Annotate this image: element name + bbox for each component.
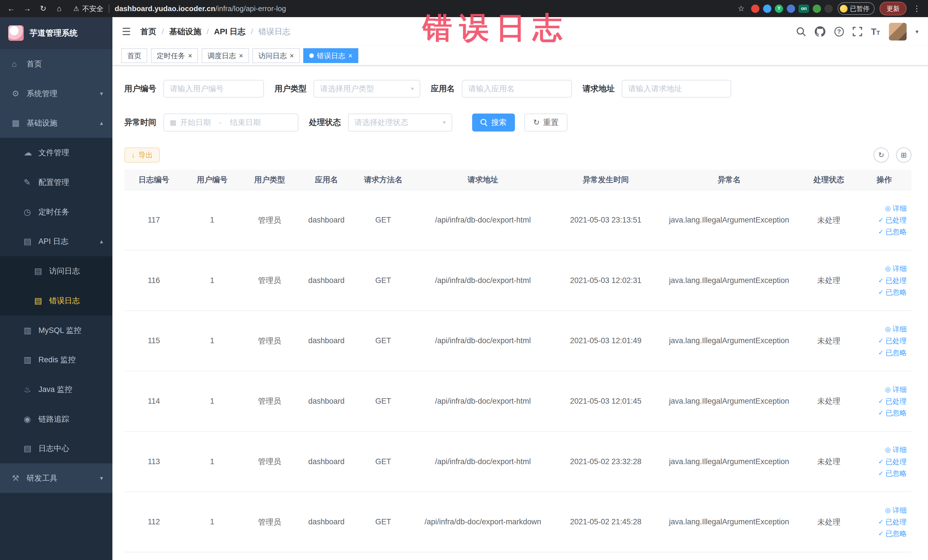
cell-log-id: 115 (124, 311, 183, 371)
cloud-icon: ☁ (24, 148, 38, 157)
tab-scheduled-tasks[interactable]: 定时任务× (151, 48, 198, 63)
op-detail-link[interactable]: ◎详细 (885, 264, 907, 273)
sidebar-item-dev-tools[interactable]: ⚒研发工具▾ (0, 463, 112, 493)
tab-label: 调度日志 (208, 51, 236, 61)
help-icon[interactable]: ? (835, 27, 844, 36)
home-icon: ⌂ (12, 60, 26, 69)
sidebar-item-infrastructure[interactable]: ▦基础设施▴ (0, 108, 112, 138)
app-logo-row[interactable]: 芋道管理系统 (0, 17, 112, 49)
cell-log-id: 117 (124, 190, 183, 250)
breadcrumb-item[interactable]: 基础设施 (169, 26, 201, 37)
op-processed-link[interactable]: ✓已处理 (878, 276, 907, 285)
search-button[interactable]: 搜索 (472, 113, 514, 131)
sidebar-item-file-management[interactable]: ☁文件管理 (0, 138, 112, 168)
op-detail-link[interactable]: ◎详细 (885, 324, 907, 334)
op-label: 已处理 (885, 517, 907, 526)
user-type-select[interactable]: 请选择用户类型 ▾ (313, 80, 420, 98)
github-icon[interactable] (815, 26, 825, 37)
sidebar-item-log-center[interactable]: ▤日志中心 (0, 434, 112, 464)
chevron-down-icon[interactable]: ▾ (916, 28, 918, 35)
forward-icon[interactable]: → (22, 4, 32, 13)
sidebar-item-error-log[interactable]: ▤错误日志 (0, 286, 112, 316)
op-processed-link[interactable]: ✓已处理 (878, 397, 907, 406)
chevron-down-icon: ▾ (100, 90, 103, 97)
op-processed-link[interactable]: ✓已处理 (878, 336, 907, 345)
sidebar-item-access-log[interactable]: ▤访问日志 (0, 256, 112, 286)
sidebar-item-label: 首页 (26, 59, 42, 69)
op-ignored-link[interactable]: ✓已忽略 (878, 408, 907, 418)
cell-method: GET (355, 431, 412, 492)
dark-paw-extension-icon[interactable] (824, 5, 833, 13)
back-icon[interactable]: ← (6, 4, 17, 13)
op-label: 已处理 (885, 397, 907, 406)
tab-schedule-log[interactable]: 调度日志× (202, 48, 249, 63)
tab-access-log[interactable]: 访问日志× (252, 48, 300, 63)
sidebar-item-mysql-monitor[interactable]: ▥MySQL 监控 (0, 316, 112, 345)
green-leaf-extension-icon[interactable] (813, 5, 821, 13)
cell-user-type: 管理员 (241, 250, 298, 311)
column-settings-button[interactable]: ⊞ (896, 148, 911, 163)
security-indicator[interactable]: ⚠ 不安全 (73, 4, 103, 14)
sidebar-item-config-management[interactable]: ✎配置管理 (0, 168, 112, 197)
tab-close-icon[interactable]: × (290, 52, 294, 60)
tab-home[interactable]: 首页 (121, 48, 147, 63)
font-size-icon[interactable]: TT (871, 26, 880, 37)
op-ignored-link[interactable]: ✓已忽略 (878, 288, 907, 297)
op-detail-link[interactable]: ◎详细 (885, 204, 907, 213)
tab-close-icon[interactable]: × (348, 52, 353, 60)
sidebar-item-scheduled-tasks[interactable]: ◷定时任务 (0, 197, 112, 227)
avatar[interactable] (889, 23, 907, 41)
sidebar-item-trace[interactable]: ◉链路追踪 (0, 404, 112, 434)
blue-drop-extension-icon[interactable] (763, 5, 771, 13)
request-url-input[interactable] (628, 84, 725, 93)
refresh-list-button[interactable]: ↻ (873, 148, 889, 163)
op-detail-link[interactable]: ◎详细 (885, 385, 907, 394)
op-processed-link[interactable]: ✓已处理 (878, 457, 907, 467)
op-processed-link[interactable]: ✓已处理 (878, 517, 907, 526)
browser-menu-icon[interactable]: ⋮ (911, 4, 922, 13)
reload-icon[interactable]: ↻ (38, 4, 49, 13)
op-ignored-link[interactable]: ✓已忽略 (878, 348, 907, 357)
green-y-extension-icon[interactable]: Y (775, 5, 783, 13)
breadcrumb-item[interactable]: 首页 (140, 26, 156, 37)
breadcrumb-item[interactable]: API 日志 (214, 26, 245, 37)
user-id-input[interactable] (170, 84, 257, 93)
search-icon[interactable] (796, 26, 806, 37)
row-operations: ◎详细✓已处理✓已忽略 (857, 385, 911, 418)
document-icon: ▤ (34, 296, 49, 305)
op-processed-link[interactable]: ✓已处理 (878, 215, 907, 225)
red-circle-extension-icon[interactable] (751, 5, 759, 13)
export-button[interactable]: ↓ 导出 (124, 148, 160, 163)
sidebar-item-redis-monitor[interactable]: ▥Redis 监控 (0, 345, 112, 375)
reset-button[interactable]: ↻ 重置 (524, 113, 568, 131)
op-label: 已忽略 (885, 469, 907, 478)
sidebar-toggle-icon[interactable]: ☰ (122, 26, 131, 37)
blue-grid-extension-icon[interactable] (787, 5, 795, 13)
process-status-select[interactable]: 请选择处理状态 ▾ (348, 113, 452, 131)
tab-close-icon[interactable]: × (239, 52, 243, 60)
update-button[interactable]: 更新 (879, 2, 907, 15)
sidebar-item-api-log[interactable]: ▤API 日志▴ (0, 226, 112, 256)
filter-label-user-type: 用户类型 (275, 83, 307, 94)
browser-home-icon[interactable]: ⌂ (54, 4, 64, 13)
exception-time-range-picker[interactable]: ▦ 开始日期 - 结束日期 (163, 113, 298, 131)
cell-app-name: dashboard (298, 431, 355, 492)
sidebar-item-home[interactable]: ⌂首页 (0, 49, 112, 79)
op-detail-link[interactable]: ◎详细 (885, 505, 907, 515)
op-detail-link[interactable]: ◎详细 (885, 445, 907, 455)
fullscreen-icon[interactable] (853, 27, 862, 36)
op-ignored-link[interactable]: ✓已忽略 (878, 227, 907, 237)
tools-icon: ⚒ (12, 473, 26, 483)
op-label: 详细 (893, 505, 907, 515)
tab-close-icon[interactable]: × (188, 52, 192, 60)
on-badge-extension-icon[interactable]: on (798, 5, 809, 13)
op-ignored-link[interactable]: ✓已忽略 (878, 469, 907, 478)
sidebar-item-java-monitor[interactable]: ♨Java 监控 (0, 375, 112, 404)
sidebar-item-system-management[interactable]: ⚙系统管理▾ (0, 79, 112, 108)
tab-error-log[interactable]: 错误日志× (303, 48, 358, 63)
app-name-input[interactable] (469, 84, 565, 93)
paused-extension-badge[interactable]: 已暂停 (838, 2, 875, 15)
filter-label-app-name: 应用名 (431, 83, 455, 94)
op-ignored-link[interactable]: ✓已忽略 (878, 529, 907, 538)
bookmark-star-icon[interactable]: ☆ (736, 4, 746, 13)
